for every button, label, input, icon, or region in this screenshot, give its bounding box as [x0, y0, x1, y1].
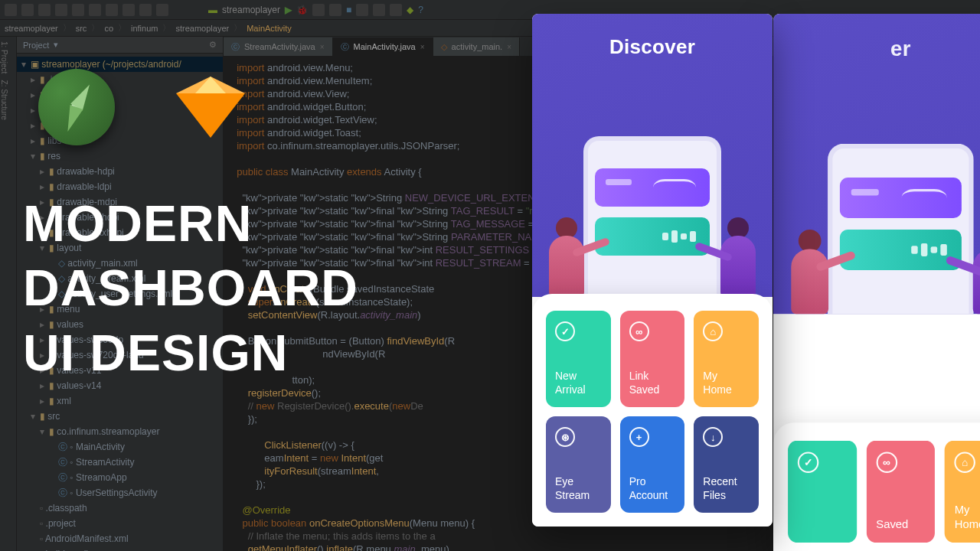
avd-icon[interactable]	[356, 4, 368, 16]
dashboard-tile[interactable]: ⊛EyeStream	[546, 416, 611, 513]
back-icon[interactable]	[139, 4, 152, 16]
tile-label: NewArrival	[555, 370, 602, 396]
tree-node[interactable]: ▫ .project	[17, 516, 223, 531]
tile-icon: ∞	[629, 321, 649, 341]
tree-node[interactable]: ▾▮ res	[17, 148, 223, 164]
tool-logos	[38, 69, 245, 145]
tree-node[interactable]: ⓒ ◦ MainActivity	[17, 439, 223, 455]
tree-node[interactable]: ⓒ ◦ StreamActivity	[17, 455, 223, 470]
teal-card-icon	[595, 217, 710, 256]
tree-node[interactable]: ▾▮ co.infinum.streamoplayer	[17, 424, 223, 439]
project-panel-header: Project ▾ ⚙	[17, 37, 223, 54]
headline: Modern Dashboard UI Design	[23, 191, 358, 385]
person-left-icon	[540, 217, 593, 297]
breadcrumb-item[interactable]: co	[104, 24, 113, 33]
attach-icon[interactable]	[329, 4, 341, 16]
discover-title: Discover	[532, 14, 773, 59]
android-robot-icon[interactable]: ◆	[407, 5, 413, 15]
tile-icon: ✓	[555, 321, 575, 341]
tile-icon: ∞	[876, 452, 897, 473]
editor-tab[interactable]: ⓒ MainActivity.java ×	[333, 37, 433, 56]
breadcrumb-item[interactable]: streamoplayer	[175, 24, 229, 33]
tile-icon: ⊛	[555, 427, 575, 447]
tree-node[interactable]: ▸▮ xml	[17, 393, 223, 409]
dashboard-tile[interactable]: ⌂MyHome	[694, 311, 759, 407]
headline-line: Dashboard	[23, 256, 358, 320]
dashboard-tile[interactable]: ✓NewArrival	[546, 311, 611, 407]
dashboard-tile[interactable]: ↓RecentFiles	[694, 416, 759, 513]
android-studio-logo-icon	[38, 69, 115, 145]
sdk-icon[interactable]	[373, 4, 385, 16]
close-tab-icon[interactable]: ×	[320, 43, 325, 51]
tile-label: EyeStream	[555, 475, 602, 502]
device-outline-icon	[583, 136, 721, 297]
open-icon[interactable]	[5, 4, 17, 16]
editor-tab[interactable]: ◇ activity_main. ×	[433, 37, 520, 56]
tile-icon: ⌂	[703, 321, 723, 341]
tile-label: Saved	[876, 517, 925, 532]
tree-node[interactable]: ▾▮ src	[17, 409, 223, 424]
tile-label: MyHome	[703, 370, 750, 396]
phone-mockup: Discover ✓NewArrival∞LinkSaved⌂MyHome⊛Ey…	[532, 14, 773, 527]
redo-icon[interactable]	[55, 4, 67, 16]
tile-label: MyHome	[955, 503, 980, 531]
headline-line: UI Design	[23, 321, 358, 385]
gear-icon[interactable]: ⚙	[209, 40, 217, 50]
run-config-selector[interactable]: streamoplayer	[222, 5, 280, 15]
purple-card-icon	[595, 168, 710, 207]
forward-icon[interactable]	[156, 4, 168, 16]
close-tab-icon[interactable]: ×	[507, 43, 511, 51]
tile-icon: ↓	[703, 427, 723, 447]
debug-android-icon[interactable]: 🐞	[296, 5, 308, 15]
dropdown-icon[interactable]: ▾	[54, 40, 58, 50]
tree-node[interactable]: ▫ AndroidManifest.xml	[17, 531, 223, 546]
paste-icon[interactable]	[106, 4, 118, 16]
copy-icon[interactable]	[89, 4, 101, 16]
help-icon[interactable]: ?	[418, 5, 423, 15]
tree-node[interactable]: ▫ .classpath	[17, 500, 223, 516]
sketch-logo-icon	[176, 77, 245, 138]
stop-icon[interactable]: ■	[346, 5, 351, 15]
left-tool-strip[interactable]: 1: Project Z: Structure	[0, 37, 17, 551]
phone-mockup-ghost: er ✓∞Saved⌂MyHome	[773, 14, 980, 551]
dashboard-tile[interactable]: ✓	[788, 441, 857, 543]
dashboard-tile[interactable]: +ProAccount	[620, 416, 685, 513]
breadcrumb-item[interactable]: streamoplayer	[5, 24, 58, 33]
dashboard-tile[interactable]: ∞LinkSaved	[620, 311, 685, 407]
find-icon[interactable]	[122, 4, 135, 16]
person-right-icon	[711, 217, 765, 297]
android-icon: ▬	[208, 5, 217, 15]
dashboard-grid: ✓NewArrival∞LinkSaved⌂MyHome⊛EyeStream+P…	[532, 294, 773, 527]
tile-icon: ✓	[798, 452, 819, 473]
close-tab-icon[interactable]: ×	[420, 43, 425, 51]
tree-node[interactable]: ⓒ ◦ StreamoApp	[17, 470, 223, 485]
sync-icon[interactable]	[390, 4, 402, 16]
tile-icon: ⌂	[955, 452, 976, 473]
dashboard-tile[interactable]: ⌂MyHome	[945, 441, 980, 543]
project-panel-title: Project	[23, 41, 49, 50]
discover-title: er	[773, 14, 980, 62]
breadcrumb-item[interactable]: infinum	[131, 24, 158, 33]
tile-label: ProAccount	[629, 475, 676, 502]
dashboard-tile[interactable]: ∞Saved	[867, 441, 936, 543]
undo-icon[interactable]	[38, 4, 51, 16]
tile-label: LinkSaved	[629, 370, 676, 396]
profile-icon[interactable]	[312, 4, 325, 16]
tree-node[interactable]: ⓒ ◦ UserSettingsActivity	[17, 485, 223, 500]
tile-icon: +	[629, 427, 649, 447]
tree-node[interactable]: ▸▮ drawable-hdpi	[17, 164, 223, 179]
hero-illustration	[532, 90, 773, 297]
save-icon[interactable]	[21, 4, 34, 16]
run-icon[interactable]: ▶	[285, 5, 292, 15]
breadcrumb-item[interactable]: MainActivity	[247, 24, 292, 33]
hero-section: Discover	[532, 14, 773, 297]
headline-line: Modern	[23, 191, 358, 256]
tile-label: RecentFiles	[703, 475, 750, 502]
cut-icon[interactable]	[72, 4, 84, 16]
tree-node[interactable]: ▫ build.gradle	[17, 546, 223, 551]
editor-tab[interactable]: ⓒ StreamActivity.java ×	[224, 37, 333, 56]
breadcrumb-item[interactable]: src	[76, 24, 87, 33]
